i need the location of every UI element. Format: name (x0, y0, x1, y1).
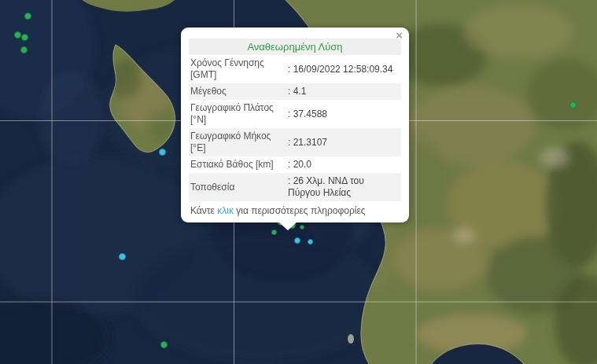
detail-label: Τοποθεσία (189, 173, 286, 201)
earthquake-popup: × Αναθεωρημένη Λύση Χρόνος Γέννησης [GMT… (181, 28, 409, 222)
table-row: Χρόνος Γέννησης [GMT]: 16/09/2022 12:58:… (189, 55, 401, 83)
footer-text-post: για περισσότερες πληροφορίες (234, 205, 366, 216)
table-row: Τοποθεσία: 26 Χλμ. ΝΝΔ του Πύργου Ηλείας (189, 173, 401, 201)
earthquake-marker[interactable] (119, 253, 126, 260)
earthquake-marker[interactable] (14, 31, 21, 39)
detail-value: : 4.1 (286, 83, 401, 100)
popup-title: Αναθεωρημένη Λύση (189, 39, 401, 55)
detail-value: : 20.0 (286, 156, 401, 173)
earthquake-marker[interactable] (271, 230, 277, 235)
detail-label: Γεωγραφικό Μήκος [°E] (189, 128, 286, 156)
detail-label: Χρόνος Γέννησης [GMT] (189, 55, 286, 83)
table-row: Γεωγραφικό Μήκος [°E]: 21.3107 (189, 128, 401, 156)
earthquake-marker[interactable] (294, 237, 300, 244)
earthquake-marker[interactable] (20, 46, 28, 53)
map[interactable]: × Αναθεωρημένη Λύση Χρόνος Γέννησης [GMT… (0, 0, 597, 364)
close-icon[interactable]: × (396, 29, 403, 41)
detail-value: : 16/09/2022 12:58:09.34 (286, 55, 401, 83)
detail-label: Γεωγραφικό Πλάτος [°N] (189, 100, 286, 128)
earthquake-marker[interactable] (308, 239, 313, 245)
table-row: Μέγεθος: 4.1 (189, 83, 401, 100)
popup-pointer (278, 222, 297, 230)
table-row: Εστιακό Βάθος [km]: 20.0 (189, 156, 401, 173)
earthquake-marker[interactable] (300, 225, 304, 230)
detail-value: : 21.3107 (286, 128, 401, 156)
earthquake-marker[interactable] (569, 101, 577, 108)
detail-value: : 37.4588 (286, 100, 401, 128)
more-info-link[interactable]: κλικ (217, 205, 234, 216)
earthquake-details-table: Χρόνος Γέννησης [GMT]: 16/09/2022 12:58:… (189, 55, 401, 201)
detail-value: : 26 Χλμ. ΝΝΔ του Πύργου Ηλείας (286, 173, 401, 201)
earthquake-marker[interactable] (21, 34, 28, 41)
earthquake-marker[interactable] (159, 149, 166, 156)
detail-label: Μέγεθος (189, 83, 286, 100)
table-row: Γεωγραφικό Πλάτος [°N]: 37.4588 (189, 100, 401, 128)
small-islet (348, 334, 354, 344)
popup-footer: Κάντε κλικ για περισσότερες πληροφορίες (189, 201, 401, 217)
detail-label: Εστιακό Βάθος [km] (189, 156, 286, 173)
footer-text-pre: Κάντε (190, 205, 217, 216)
earthquake-marker[interactable] (160, 341, 168, 348)
earthquake-marker[interactable] (24, 13, 31, 20)
